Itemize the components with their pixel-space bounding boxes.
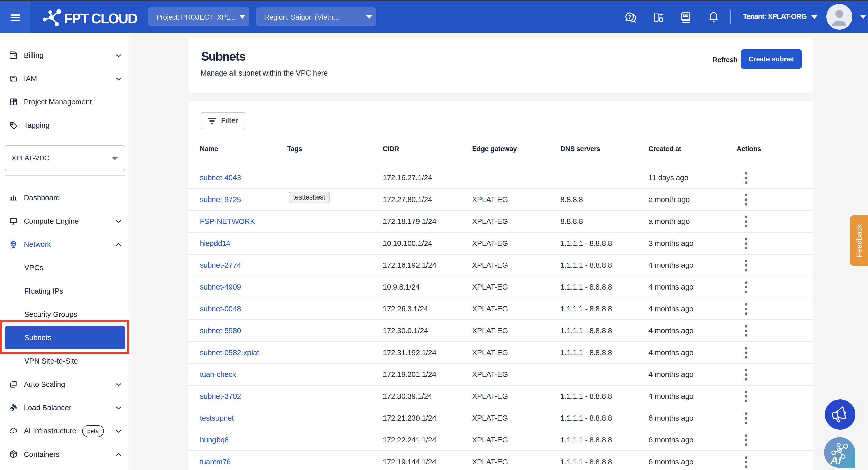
svg-text:AI: AI (830, 454, 841, 466)
svg-text:?: ? (628, 14, 631, 20)
